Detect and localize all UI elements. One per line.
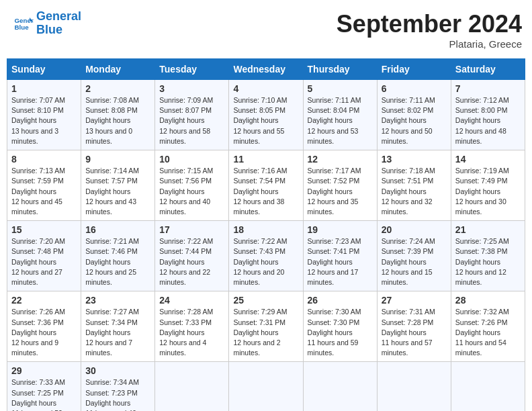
day-number: 17 (159, 224, 224, 235)
day-info: Sunrise: 7:17 AM Sunset: 7:52 PM Dayligh… (308, 166, 373, 217)
day-info: Sunrise: 7:07 AM Sunset: 8:10 PM Dayligh… (11, 95, 77, 146)
calendar-row: 15 Sunrise: 7:20 AM Sunset: 7:48 PM Dayl… (7, 221, 525, 291)
calendar-cell: 1 Sunrise: 7:07 AM Sunset: 8:10 PM Dayli… (7, 80, 81, 150)
month-title: September 2024 (337, 10, 522, 38)
calendar-cell (377, 362, 451, 411)
day-info: Sunrise: 7:11 AM Sunset: 8:02 PM Dayligh… (382, 95, 447, 146)
calendar-cell (451, 362, 525, 411)
calendar-cell: 28 Sunrise: 7:32 AM Sunset: 7:26 PM Dayl… (451, 291, 525, 362)
day-info: Sunrise: 7:09 AM Sunset: 8:07 PM Dayligh… (159, 95, 224, 146)
calendar-cell: 11 Sunrise: 7:16 AM Sunset: 7:54 PM Dayl… (229, 150, 303, 221)
day-info: Sunrise: 7:12 AM Sunset: 8:00 PM Dayligh… (455, 95, 521, 146)
day-number: 9 (85, 154, 150, 165)
day-info: Sunrise: 7:32 AM Sunset: 7:26 PM Dayligh… (455, 307, 521, 358)
day-info: Sunrise: 7:29 AM Sunset: 7:31 PM Dayligh… (233, 307, 298, 358)
day-number: 26 (308, 295, 373, 306)
title-block: September 2024 Plataria, Greece (337, 10, 522, 50)
calendar-cell: 27 Sunrise: 7:31 AM Sunset: 7:28 PM Dayl… (377, 291, 451, 362)
calendar-row: 8 Sunrise: 7:13 AM Sunset: 7:59 PM Dayli… (7, 150, 525, 221)
day-info: Sunrise: 7:28 AM Sunset: 7:33 PM Dayligh… (159, 307, 224, 358)
day-info: Sunrise: 7:25 AM Sunset: 7:38 PM Dayligh… (455, 236, 521, 287)
day-number: 23 (85, 295, 150, 306)
day-info: Sunrise: 7:19 AM Sunset: 7:49 PM Dayligh… (455, 166, 521, 217)
day-number: 13 (382, 154, 447, 165)
day-number: 16 (85, 224, 150, 235)
day-number: 20 (382, 224, 447, 235)
calendar-cell: 16 Sunrise: 7:21 AM Sunset: 7:46 PM Dayl… (81, 221, 155, 291)
day-number: 25 (233, 295, 298, 306)
calendar-cell: 26 Sunrise: 7:30 AM Sunset: 7:30 PM Dayl… (303, 291, 377, 362)
day-info: Sunrise: 7:18 AM Sunset: 7:51 PM Dayligh… (382, 166, 447, 217)
day-info: Sunrise: 7:27 AM Sunset: 7:34 PM Dayligh… (85, 307, 150, 358)
day-info: Sunrise: 7:20 AM Sunset: 7:48 PM Dayligh… (11, 236, 77, 287)
calendar-cell: 22 Sunrise: 7:26 AM Sunset: 7:36 PM Dayl… (7, 291, 81, 362)
col-thursday: Thursday (303, 59, 377, 80)
svg-text:Blue: Blue (15, 24, 30, 31)
calendar-cell: 29 Sunrise: 7:33 AM Sunset: 7:25 PM Dayl… (7, 362, 81, 411)
calendar-cell: 15 Sunrise: 7:20 AM Sunset: 7:48 PM Dayl… (7, 221, 81, 291)
calendar-cell: 9 Sunrise: 7:14 AM Sunset: 7:57 PM Dayli… (81, 150, 155, 221)
col-sunday: Sunday (7, 59, 81, 80)
col-wednesday: Wednesday (229, 59, 303, 80)
day-number: 19 (308, 224, 373, 235)
day-info: Sunrise: 7:34 AM Sunset: 7:23 PM Dayligh… (85, 377, 150, 411)
col-friday: Friday (377, 59, 451, 80)
location: Plataria, Greece (337, 38, 522, 50)
col-saturday: Saturday (451, 59, 525, 80)
day-number: 5 (308, 83, 373, 94)
day-info: Sunrise: 7:11 AM Sunset: 8:04 PM Dayligh… (308, 95, 373, 146)
calendar-row: 29 Sunrise: 7:33 AM Sunset: 7:25 PM Dayl… (7, 362, 525, 411)
day-info: Sunrise: 7:13 AM Sunset: 7:59 PM Dayligh… (11, 166, 77, 217)
day-number: 10 (159, 154, 224, 165)
day-info: Sunrise: 7:14 AM Sunset: 7:57 PM Dayligh… (85, 166, 150, 217)
calendar-cell: 4 Sunrise: 7:10 AM Sunset: 8:05 PM Dayli… (229, 80, 303, 150)
logo: General Blue General Blue (13, 10, 81, 37)
day-info: Sunrise: 7:33 AM Sunset: 7:25 PM Dayligh… (11, 377, 77, 411)
calendar-cell: 2 Sunrise: 7:08 AM Sunset: 8:08 PM Dayli… (81, 80, 155, 150)
day-number: 14 (455, 154, 521, 165)
calendar-cell: 25 Sunrise: 7:29 AM Sunset: 7:31 PM Dayl… (229, 291, 303, 362)
day-number: 30 (85, 365, 150, 376)
day-info: Sunrise: 7:31 AM Sunset: 7:28 PM Dayligh… (382, 307, 447, 358)
calendar-cell: 14 Sunrise: 7:19 AM Sunset: 7:49 PM Dayl… (451, 150, 525, 221)
calendar-cell: 8 Sunrise: 7:13 AM Sunset: 7:59 PM Dayli… (7, 150, 81, 221)
day-info: Sunrise: 7:08 AM Sunset: 8:08 PM Dayligh… (85, 95, 150, 146)
calendar-cell: 21 Sunrise: 7:25 AM Sunset: 7:38 PM Dayl… (451, 221, 525, 291)
col-tuesday: Tuesday (155, 59, 229, 80)
day-number: 18 (233, 224, 298, 235)
calendar-cell: 13 Sunrise: 7:18 AM Sunset: 7:51 PM Dayl… (377, 150, 451, 221)
calendar-table: Sunday Monday Tuesday Wednesday Thursday… (7, 58, 525, 411)
calendar-cell: 7 Sunrise: 7:12 AM Sunset: 8:00 PM Dayli… (451, 80, 525, 150)
calendar-cell: 18 Sunrise: 7:22 AM Sunset: 7:43 PM Dayl… (229, 221, 303, 291)
day-number: 3 (159, 83, 224, 94)
calendar-cell: 3 Sunrise: 7:09 AM Sunset: 8:07 PM Dayli… (155, 80, 229, 150)
calendar-cell: 5 Sunrise: 7:11 AM Sunset: 8:04 PM Dayli… (303, 80, 377, 150)
day-number: 6 (382, 83, 447, 94)
day-number: 8 (11, 154, 77, 165)
day-number: 11 (233, 154, 298, 165)
day-number: 27 (382, 295, 447, 306)
col-monday: Monday (81, 59, 155, 80)
day-number: 4 (233, 83, 298, 94)
day-number: 2 (85, 83, 150, 94)
page-header: General Blue General Blue September 2024… (7, 7, 525, 53)
day-info: Sunrise: 7:22 AM Sunset: 7:43 PM Dayligh… (233, 236, 298, 287)
day-info: Sunrise: 7:24 AM Sunset: 7:39 PM Dayligh… (382, 236, 447, 287)
day-number: 15 (11, 224, 77, 235)
calendar-cell (229, 362, 303, 411)
calendar-row: 22 Sunrise: 7:26 AM Sunset: 7:36 PM Dayl… (7, 291, 525, 362)
day-number: 22 (11, 295, 77, 306)
day-info: Sunrise: 7:10 AM Sunset: 8:05 PM Dayligh… (233, 95, 298, 146)
calendar-cell: 19 Sunrise: 7:23 AM Sunset: 7:41 PM Dayl… (303, 221, 377, 291)
calendar-cell (155, 362, 229, 411)
calendar-cell: 24 Sunrise: 7:28 AM Sunset: 7:33 PM Dayl… (155, 291, 229, 362)
day-number: 12 (308, 154, 373, 165)
day-info: Sunrise: 7:26 AM Sunset: 7:36 PM Dayligh… (11, 307, 77, 358)
logo-icon: General Blue (13, 13, 34, 34)
day-number: 24 (159, 295, 224, 306)
day-number: 21 (455, 224, 521, 235)
calendar-cell: 30 Sunrise: 7:34 AM Sunset: 7:23 PM Dayl… (81, 362, 155, 411)
day-number: 1 (11, 83, 77, 94)
day-number: 7 (455, 83, 521, 94)
logo-text: General Blue (36, 10, 81, 37)
